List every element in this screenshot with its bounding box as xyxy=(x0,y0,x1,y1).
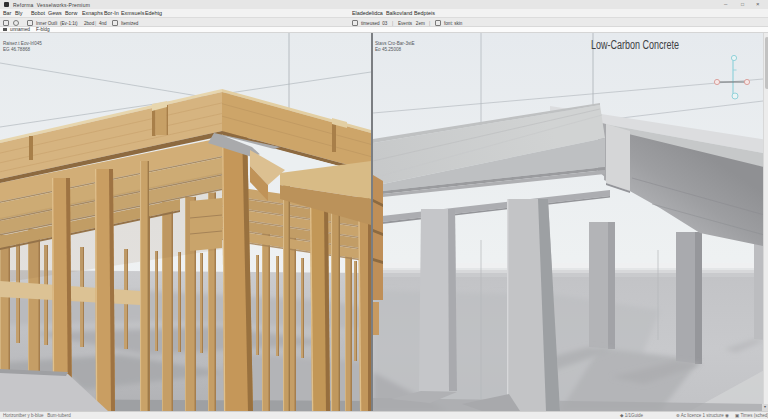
svg-text:Stavs Cro-Bar-3stE: Stavs Cro-Bar-3stE xyxy=(375,41,415,46)
svg-text:EG 46.78868: EG 46.78868 xyxy=(3,47,31,52)
svg-text:Eo 45.25008: Eo 45.25008 xyxy=(375,47,402,52)
svg-text:Raisez.t Eov-Irl045: Raisez.t Eov-Irl045 xyxy=(3,41,42,46)
svg-text:Low-Carbon Concrete: Low-Carbon Concrete xyxy=(591,38,679,52)
